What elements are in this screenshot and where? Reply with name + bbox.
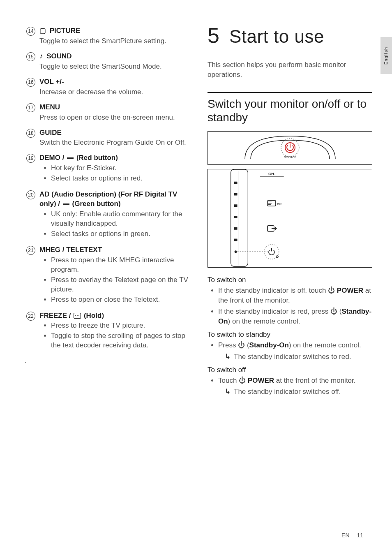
switch-on-heading: To switch on bbox=[208, 276, 372, 284]
item-bullets: Press to freeze the TV picture.Toggle to… bbox=[39, 321, 189, 350]
svg-rect-10 bbox=[234, 193, 238, 195]
item-title: MENU bbox=[39, 103, 189, 112]
item-title: ♪ SOUND bbox=[39, 52, 189, 61]
svg-point-24 bbox=[264, 244, 279, 259]
right-column: 5 Start to use This section helps you pe… bbox=[208, 25, 372, 398]
power-icon: ⏻ bbox=[238, 341, 245, 349]
item-number: 19 bbox=[25, 153, 37, 184]
item-title: DEMO / (Red button) bbox=[39, 153, 189, 163]
list-item: Press ⏻ (Standby-On) on the remote contr… bbox=[218, 340, 372, 362]
remote-diagram: CH- OK bbox=[208, 169, 372, 268]
switch-off-heading: To switch off bbox=[208, 366, 372, 374]
switch-off-list: Touch ⏻ POWER at the front of the monito… bbox=[208, 376, 372, 397]
item-title: MHEG / TELETEXT bbox=[39, 245, 189, 255]
bullet-item: Press to open or close the Teletext. bbox=[51, 295, 189, 305]
bullet-item: Toggle to stop the scrolling of pages to… bbox=[51, 331, 189, 350]
item-description: Toggle to select the SmartSound Mode. bbox=[39, 62, 189, 72]
power-icon: ⏻ bbox=[328, 287, 335, 294]
result-sublist: The standby indicator switches off. bbox=[218, 387, 372, 397]
numbered-item: 19DEMO / (Red button)Hot key for E-Stick… bbox=[25, 153, 189, 184]
item-body: DEMO / (Red button)Hot key for E-Sticker… bbox=[37, 153, 189, 184]
svg-point-15 bbox=[235, 250, 237, 253]
item-body: MHEG / TELETEXTPress to open the UK MHEG… bbox=[37, 245, 189, 305]
item-description: Switch the Electronic Program Guide On o… bbox=[39, 138, 189, 148]
footer-lang: EN bbox=[341, 532, 349, 539]
item-bullets: Hot key for E-Sticker.Select tasks or op… bbox=[39, 164, 189, 183]
item-title: VOL +/- bbox=[39, 77, 189, 87]
intro-text: This section helps you perform basic mon… bbox=[208, 60, 372, 80]
item-number: 16 bbox=[25, 77, 37, 97]
numbered-item: 18GUIDESwitch the Electronic Program Gui… bbox=[25, 128, 189, 148]
item-description: Increase or decrease the volume. bbox=[39, 88, 189, 97]
source-label: SOURCE bbox=[284, 156, 296, 159]
item-body: GUIDESwitch the Electronic Program Guide… bbox=[37, 128, 189, 148]
power-icon: ⏻ bbox=[330, 308, 337, 315]
svg-rect-9 bbox=[234, 182, 238, 184]
list-item: If the standby indicator is red, press ⏻… bbox=[218, 307, 372, 326]
left-column: 14▢ PICTUREToggle to select the SmartPic… bbox=[25, 25, 189, 398]
numbered-item: 17MENUPress to open or close the on-scre… bbox=[25, 103, 189, 123]
svg-point-1 bbox=[75, 315, 76, 316]
item-description: Press to open or close the on-screen men… bbox=[39, 113, 189, 123]
chapter-title: Start to use bbox=[229, 26, 324, 47]
item-title: ▢ PICTURE bbox=[39, 26, 189, 36]
item-bullets: Press to open the UK MHEG interactive pr… bbox=[39, 256, 189, 305]
item-body: VOL +/-Increase or decrease the volume. bbox=[37, 77, 189, 97]
footer-page-number: 11 bbox=[357, 532, 363, 539]
item-title: GUIDE bbox=[39, 128, 189, 138]
numbered-item: 14▢ PICTUREToggle to select the SmartPic… bbox=[25, 26, 189, 46]
switch-standby-list: Press ⏻ (Standby-On) on the remote contr… bbox=[208, 340, 372, 362]
item-number: 14 bbox=[25, 26, 37, 46]
item-description: Toggle to select the SmartPicture settin… bbox=[39, 37, 189, 46]
svg-rect-11 bbox=[234, 204, 238, 207]
chapter-heading: 5 Start to use bbox=[208, 23, 372, 48]
list-item: Touch ⏻ POWER at the front of the monito… bbox=[218, 376, 372, 397]
item-body: ♪ SOUNDToggle to select the SmartSound M… bbox=[37, 52, 189, 72]
item-body: MENUPress to open or close the on-screen… bbox=[37, 103, 189, 123]
item-number: 22 bbox=[25, 311, 37, 352]
item-number: 17 bbox=[25, 103, 37, 123]
item-body: FREEZE / (Hold)Press to freeze the TV pi… bbox=[37, 311, 189, 352]
item-number: 18 bbox=[25, 128, 37, 148]
item-bullets: UK only: Enable audio commentary for the… bbox=[39, 210, 189, 239]
bullet-item: Press to overlay the Teletext page on th… bbox=[51, 275, 189, 294]
svg-point-2 bbox=[77, 315, 78, 316]
result-item: The standby indicator switches to red. bbox=[225, 352, 372, 362]
stray-period: . bbox=[25, 357, 189, 364]
bullet-item: Hot key for E-Sticker. bbox=[51, 164, 189, 173]
item-body: AD (Audio Description) (For RF Digital T… bbox=[37, 190, 189, 240]
bullet-item: Select tasks or options in green. bbox=[51, 229, 189, 239]
svg-rect-13 bbox=[234, 227, 238, 230]
section-rule bbox=[208, 92, 372, 93]
numbered-item: 16VOL +/-Increase or decrease the volume… bbox=[25, 77, 189, 97]
switch-standby-heading: To switch to standby bbox=[208, 331, 372, 339]
item-number: 15 bbox=[25, 52, 37, 72]
svg-rect-12 bbox=[234, 216, 238, 218]
chapter-number: 5 bbox=[208, 23, 219, 48]
side-language-label: English bbox=[384, 46, 389, 64]
two-column-layout: 14▢ PICTUREToggle to select the SmartPic… bbox=[25, 25, 372, 398]
svg-rect-14 bbox=[234, 238, 238, 241]
bullet-item: UK only: Enable audio commentary for the… bbox=[51, 210, 189, 229]
item-number: 21 bbox=[25, 245, 37, 305]
side-language-tab: English bbox=[380, 37, 392, 74]
item-body: ▢ PICTUREToggle to select the SmartPictu… bbox=[37, 26, 189, 46]
numbered-item: 15♪ SOUNDToggle to select the SmartSound… bbox=[25, 52, 189, 72]
bullet-item: Select tasks or options in red. bbox=[51, 174, 189, 183]
bullet-item: Press to open the UK MHEG interactive pr… bbox=[51, 256, 189, 275]
item-title: AD (Audio Description) (For RF Digital T… bbox=[39, 190, 189, 209]
switch-on-list: If the standby indicator is off, touch ⏻… bbox=[208, 286, 372, 326]
monitor-front-diagram: SOURCE bbox=[208, 131, 372, 165]
page-footer: EN 11 bbox=[341, 532, 363, 539]
numbered-item: 20AD (Audio Description) (For RF Digital… bbox=[25, 190, 189, 240]
numbered-item: 22FREEZE / (Hold)Press to freeze the TV … bbox=[25, 311, 189, 352]
item-number: 20 bbox=[25, 190, 37, 240]
ok-label: OK bbox=[277, 202, 282, 206]
item-title: FREEZE / (Hold) bbox=[39, 311, 189, 321]
result-item: The standby indicator switches off. bbox=[225, 387, 372, 397]
ch-minus-label: CH- bbox=[268, 171, 276, 176]
list-item: If the standby indicator is off, touch ⏻… bbox=[218, 286, 372, 305]
page: English 14▢ PICTUREToggle to select the … bbox=[0, 0, 392, 555]
bullet-item: Press to freeze the TV picture. bbox=[51, 321, 189, 331]
result-sublist: The standby indicator switches to red. bbox=[218, 352, 372, 362]
